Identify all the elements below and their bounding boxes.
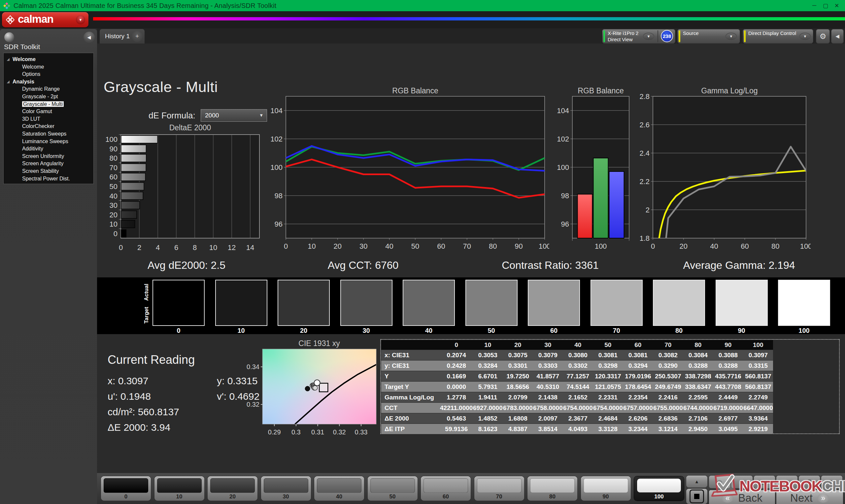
pattern-button-20[interactable]: 20	[208, 476, 258, 501]
sidebar-item-welcome[interactable]: ◢Welcome	[4, 56, 93, 63]
table-cell: 338.6347	[683, 382, 713, 392]
svg-text:0.33: 0.33	[355, 429, 368, 436]
svg-text:4: 4	[156, 244, 160, 252]
sidebar-item-grayscale-2pt[interactable]: Grayscale - 2pt	[4, 93, 93, 101]
status-sphere-icon[interactable]	[4, 32, 14, 42]
sidebar-item-options[interactable]: Options	[4, 71, 93, 78]
tab-bar: History 1 + X-Rite i1Pro 2 Direct View ▼…	[97, 29, 845, 43]
actual-row-label: Actual	[143, 281, 151, 303]
sidebar-item-additivity[interactable]: Additivity	[4, 145, 93, 153]
title-bar: Calman 2025 Calman Ultimate for Business…	[0, 0, 845, 11]
svg-text:70: 70	[110, 164, 118, 172]
window-title: Calman 2025 Calman Ultimate for Business…	[14, 2, 276, 10]
calman-menu-button[interactable]: calman ▼	[2, 12, 88, 28]
table-cell: 3.2344	[623, 424, 653, 434]
expander-icon[interactable]: ◢	[7, 56, 10, 63]
layout-tree: ◢WelcomeWelcomeOptions◢AnalysisDynamic R…	[3, 53, 94, 184]
sidebar-item-screen-angularity[interactable]: Screen Angularity	[4, 160, 93, 167]
svg-text:30: 30	[359, 242, 367, 250]
svg-text:0: 0	[113, 230, 118, 238]
sidebar-item-grayscale-multi[interactable]: Grayscale - Multi	[4, 101, 93, 108]
pattern-swatch	[530, 478, 575, 493]
minimize-icon[interactable]: ─	[809, 0, 820, 11]
pattern-swatch	[104, 478, 148, 493]
display-control-label: Direct Display Control	[748, 30, 796, 36]
table-cell: 0.3097	[743, 350, 773, 361]
table-cell: 0.3081	[623, 350, 653, 361]
chevron-down-icon[interactable]: ▼	[725, 33, 737, 40]
table-cell: 2.2595	[683, 392, 713, 403]
sidebar-item-label: Spectral Power Dist.	[22, 176, 70, 181]
panel-collapse-button[interactable]: ◀	[831, 29, 844, 43]
sidebar-collapse-button[interactable]: ◀	[84, 32, 95, 43]
sidebar-item-dynamic-range[interactable]: Dynamic Range	[4, 86, 93, 93]
svg-text:100: 100	[800, 242, 811, 250]
swatch-label: 10	[215, 327, 267, 335]
table-col-header: 50	[593, 340, 623, 350]
pattern-window-button[interactable]	[686, 489, 707, 504]
pattern-button-0[interactable]: 0	[101, 476, 151, 501]
chevron-down-icon[interactable]: ▼	[799, 33, 811, 40]
settings-button[interactable]: ⚙	[816, 29, 830, 43]
svg-text:0: 0	[284, 242, 288, 250]
watermark-check: CHECK	[822, 478, 845, 495]
sidebar-item-screen-stability[interactable]: Screen Stability	[4, 167, 93, 175]
sidebar-item-label: Screen Uniformity	[22, 154, 64, 159]
table-cell: 2.1438	[533, 392, 563, 403]
calman-app-window: Calman 2025 Calman Ultimate for Business…	[0, 0, 845, 504]
table-cell: 0.3290	[653, 361, 683, 371]
table-cell: 1.9411	[473, 392, 503, 403]
swatch-label: 30	[340, 327, 392, 335]
table-cell: 59.9136	[440, 424, 473, 434]
calman-menu-arrow-icon[interactable]: ▼	[76, 15, 85, 24]
pattern-button-80[interactable]: 80	[527, 476, 577, 501]
pattern-swatch	[477, 478, 522, 493]
pattern-button-90[interactable]: 90	[581, 476, 631, 501]
sidebar-item-label: Dynamic Range	[22, 86, 60, 92]
de-formula-select[interactable]: 2000 ▼	[201, 109, 267, 122]
table-row-label: ΔE ITP	[381, 424, 440, 434]
sidebar-item-luminance-sweeps[interactable]: Luminance Sweeps	[4, 138, 93, 145]
maximize-icon[interactable]: ▢	[820, 0, 831, 11]
sidebar-item-color-gamut[interactable]: Color Gamut	[4, 108, 93, 115]
sidebar-item-label: Color Gamut	[22, 109, 52, 114]
sidebar-item-analysis[interactable]: ◢Analysis	[4, 78, 93, 86]
sidebar-item-saturation-sweeps[interactable]: Saturation Sweeps	[4, 130, 93, 138]
pattern-button-100[interactable]: 100	[634, 476, 684, 501]
table-col-header: 10	[473, 340, 503, 350]
pattern-button-70[interactable]: 70	[474, 476, 524, 501]
meter-dropdown[interactable]: X-Rite i1Pro 2 Direct View ▼ 238	[602, 29, 675, 43]
pattern-swatch	[637, 478, 681, 493]
expander-icon[interactable]: ◢	[7, 78, 10, 86]
sidebar-item-spectral-power-dist-[interactable]: Spectral Power Dist.	[4, 175, 93, 183]
display-control-dropdown[interactable]: Direct Display Control ▼	[743, 29, 813, 43]
add-tab-button[interactable]: +	[132, 31, 143, 42]
sidebar-item-welcome[interactable]: Welcome	[4, 63, 93, 71]
table-cell: 6754.0000	[593, 403, 623, 413]
tab-history-1[interactable]: History 1 +	[100, 29, 145, 43]
svg-text:10: 10	[209, 244, 217, 252]
source-dropdown[interactable]: Source ▼	[677, 29, 740, 43]
main-content: Grayscale - Multi dE Formula: 2000 ▼ Del…	[97, 43, 845, 473]
deltae-chart-title: DeltaE 2000	[169, 123, 211, 132]
grayscale-swatch-90	[716, 280, 768, 326]
chevron-down-icon[interactable]: ▼	[643, 33, 654, 40]
meter-count-badge: 238	[661, 30, 673, 42]
display-status-stripe	[744, 30, 746, 42]
table-cell: 120.3317	[593, 371, 623, 382]
pattern-up-button[interactable]: ▲	[686, 475, 707, 487]
table-cell: 0.3082	[653, 350, 683, 361]
pattern-button-30[interactable]: 30	[261, 476, 311, 501]
pattern-button-40[interactable]: 40	[314, 476, 364, 501]
pattern-button-60[interactable]: 60	[421, 476, 471, 501]
sidebar-item-colorchecker[interactable]: ColorChecker	[4, 123, 93, 130]
pattern-button-10[interactable]: 10	[155, 476, 204, 501]
sidebar-item-screen-uniformity[interactable]: Screen Uniformity	[4, 153, 93, 160]
table-cell: 249.6749	[653, 382, 683, 392]
close-icon[interactable]: ✕	[831, 0, 842, 11]
sidebar-item-3d-lut[interactable]: 3D LUT	[4, 115, 93, 123]
table-row-label: x: CIE31	[381, 350, 440, 361]
pattern-button-50[interactable]: 50	[368, 476, 418, 501]
table-cell: 6755.0000	[653, 403, 683, 413]
grayscale-swatch-50	[465, 280, 517, 326]
